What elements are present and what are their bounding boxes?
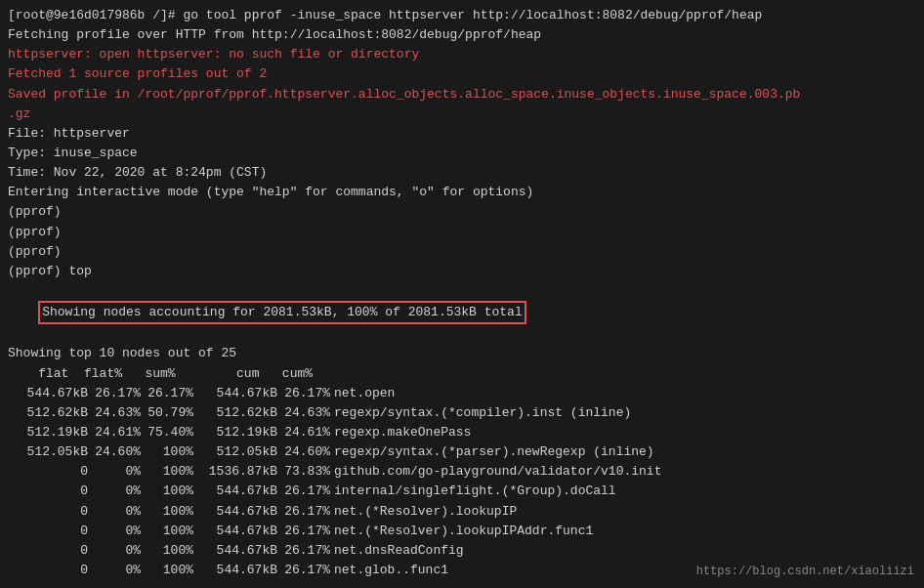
pprof3: (pprof)	[8, 242, 916, 262]
cum-col: 544.67kB	[197, 541, 281, 561]
data-rows-container: 544.67kB 26.17% 26.17% 544.67kB 26.17% n…	[8, 384, 916, 580]
name-col: regexp/syntax.(*parser).newRegexp (inlin…	[334, 442, 916, 462]
cum-col: 544.67kB	[197, 561, 281, 580]
error-line: httpserver: open httpserver: no such fil…	[8, 45, 916, 64]
sum-pct-col: 100%	[145, 502, 197, 522]
flat-col: 0	[8, 482, 92, 501]
saved-line2: .gz	[8, 105, 916, 124]
flat-pct-col: 0%	[92, 462, 145, 482]
showing-nodes-line: Showing nodes accounting for 2081.53kB, …	[8, 281, 916, 344]
name-col: regexp/syntax.(*compiler).inst (inline)	[334, 403, 916, 423]
saved-line1: Saved profile in /root/pprof/pprof.https…	[8, 85, 916, 105]
cum-pct-col: 24.60%	[281, 442, 334, 462]
terminal: [root@9e16d017986b /]# go tool pprof -in…	[0, 0, 924, 588]
flat-col: 512.19kB	[8, 423, 92, 442]
flat-col: 0	[8, 502, 92, 522]
flat-pct-col: 24.63%	[92, 403, 145, 423]
showing-nodes-highlighted: Showing nodes accounting for 2081.53kB, …	[38, 301, 525, 324]
fetching-line: Fetching profile over HTTP from http://l…	[8, 25, 916, 45]
table-row: 0 0% 100% 544.67kB 26.17% net.(*Resolver…	[8, 522, 916, 541]
cum-pct-col: 26.17%	[281, 502, 334, 522]
sum-pct-col: 75.40%	[145, 423, 197, 442]
cum-pct-col: 26.17%	[281, 482, 334, 501]
name-col: net.(*Resolver).lookupIPAddr.func1	[334, 522, 916, 541]
cum-col: 544.67kB	[197, 502, 281, 522]
name-col: net.open	[334, 384, 916, 403]
cum-col: 1536.87kB	[197, 462, 281, 482]
table-row: 0 0% 100% 1536.87kB 73.83% github.com/go…	[8, 462, 916, 482]
headers-line: flat flat% sum% cum cum%	[8, 364, 916, 384]
pprof2: (pprof)	[8, 223, 916, 242]
sum-pct-col: 100%	[145, 561, 197, 580]
cum-col: 544.67kB	[197, 384, 281, 403]
flat-pct-col: 24.60%	[92, 442, 145, 462]
flat-col: 0	[8, 561, 92, 580]
table-row: 0 0% 100% 544.67kB 26.17% net.(*Resolver…	[8, 502, 916, 522]
name-col: github.com/go-playground/validator/v10.i…	[334, 462, 916, 482]
sum-pct-col: 100%	[145, 541, 197, 561]
flat-col: 512.62kB	[8, 403, 92, 423]
cum-pct-col: 26.17%	[281, 561, 334, 580]
cum-col: 512.62kB	[197, 403, 281, 423]
flat-pct-col: 26.17%	[92, 384, 145, 403]
cum-col: 544.67kB	[197, 522, 281, 541]
sum-pct-col: 26.17%	[145, 384, 197, 403]
cum-pct-col: 24.61%	[281, 423, 334, 442]
cum-pct-col: 24.63%	[281, 403, 334, 423]
cum-col: 544.67kB	[197, 482, 281, 501]
fetched-line: Fetched 1 source profiles out of 2	[8, 64, 916, 84]
cum-col: 512.05kB	[197, 442, 281, 462]
name-col: net.(*Resolver).lookupIP	[334, 502, 916, 522]
entering-line: Entering interactive mode (type "help" f…	[8, 183, 916, 202]
name-col: regexp.makeOnePass	[334, 423, 916, 442]
pprof1: (pprof)	[8, 202, 916, 222]
flat-pct-col: 0%	[92, 502, 145, 522]
flat-pct-col: 24.61%	[92, 423, 145, 442]
flat-col: 0	[8, 541, 92, 561]
flat-col: 512.05kB	[8, 442, 92, 462]
sum-pct-col: 100%	[145, 442, 197, 462]
prompt-line: [root@9e16d017986b /]# go tool pprof -in…	[8, 6, 916, 25]
flat-pct-col: 0%	[92, 522, 145, 541]
table-row: 512.05kB 24.60% 100% 512.05kB 24.60% reg…	[8, 442, 916, 462]
name-col: internal/singleflight.(*Group).doCall	[334, 482, 916, 501]
cum-pct-col: 26.17%	[281, 384, 334, 403]
sum-pct-col: 100%	[145, 482, 197, 501]
flat-pct-col: 0%	[92, 561, 145, 580]
sum-pct-col: 100%	[145, 522, 197, 541]
flat-col: 544.67kB	[8, 384, 92, 403]
table-row: 0 0% 100% 544.67kB 26.17% internal/singl…	[8, 482, 916, 501]
table-row: 512.62kB 24.63% 50.79% 512.62kB 24.63% r…	[8, 403, 916, 423]
file-line: File: httpserver	[8, 124, 916, 144]
time-line: Time: Nov 22, 2020 at 8:24pm (CST)	[8, 163, 916, 183]
flat-pct-col: 0%	[92, 541, 145, 561]
cum-pct-col: 26.17%	[281, 522, 334, 541]
type-line: Type: inuse_space	[8, 144, 916, 163]
cum-pct-col: 73.83%	[281, 462, 334, 482]
name-col: net.dnsReadConfig	[334, 541, 916, 561]
flat-col: 0	[8, 462, 92, 482]
flat-pct-col: 0%	[92, 482, 145, 501]
table-row: 544.67kB 26.17% 26.17% 544.67kB 26.17% n…	[8, 384, 916, 403]
sum-pct-col: 50.79%	[145, 403, 197, 423]
table-row: 512.19kB 24.61% 75.40% 512.19kB 24.61% r…	[8, 423, 916, 442]
cum-col: 512.19kB	[197, 423, 281, 442]
pprof4: (pprof) top	[8, 262, 916, 281]
cum-pct-col: 26.17%	[281, 541, 334, 561]
showing-top-line: Showing top 10 nodes out of 25	[8, 344, 916, 363]
watermark: https://blog.csdn.net/xiaoliizi	[696, 565, 914, 578]
flat-col: 0	[8, 522, 92, 541]
table-row: 0 0% 100% 544.67kB 26.17% net.dnsReadCon…	[8, 541, 916, 561]
sum-pct-col: 100%	[145, 462, 197, 482]
